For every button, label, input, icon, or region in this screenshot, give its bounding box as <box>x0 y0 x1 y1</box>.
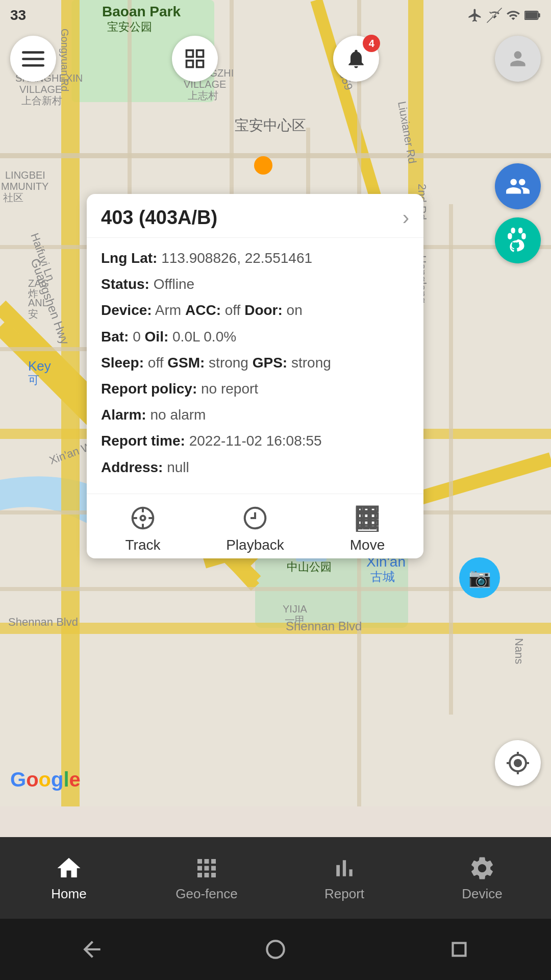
device-info-popup: 403 (403A/B) › Lng Lat: 113.908826, 22.5… <box>87 194 423 558</box>
alarm-row: Alarm: no alarm <box>101 405 409 425</box>
nav-report-label: Report <box>324 886 364 902</box>
svg-text:炸: 炸 <box>28 288 38 299</box>
svg-rect-77 <box>196 51 203 57</box>
system-navigation <box>0 919 551 980</box>
google-logo: Google <box>10 768 81 791</box>
home-button[interactable] <box>260 934 291 965</box>
svg-text:社区: 社区 <box>3 192 23 203</box>
playback-button[interactable]: Playback <box>199 504 311 553</box>
svg-point-100 <box>267 941 284 958</box>
svg-text:上志村: 上志村 <box>188 90 218 101</box>
svg-rect-11 <box>0 623 551 634</box>
address-row: Address: null <box>101 457 409 477</box>
popup-expand-arrow[interactable]: › <box>403 206 409 229</box>
svg-rect-22 <box>449 204 453 715</box>
nav-item-device[interactable]: Device <box>413 849 551 907</box>
playback-label: Playback <box>226 537 284 553</box>
expand-button[interactable] <box>172 36 218 82</box>
nav-device-label: Device <box>462 886 502 902</box>
back-button[interactable] <box>77 934 107 965</box>
svg-text:可: 可 <box>28 374 39 386</box>
nav-home-label: Home <box>51 886 86 902</box>
svg-rect-76 <box>186 51 193 57</box>
svg-text:Nans: Nans <box>513 638 525 664</box>
device-row: Device: Arm ACC: off Door: on <box>101 300 409 320</box>
status-time: 33 <box>10 7 26 23</box>
svg-text:LINGBEI: LINGBEI <box>5 169 45 181</box>
svg-text:上合新村: 上合新村 <box>21 95 62 106</box>
move-button[interactable]: Move <box>311 504 423 553</box>
bat-row: Bat: 0 Oil: 0.0L 0.0% <box>101 327 409 347</box>
nav-item-home[interactable]: Home <box>0 849 138 907</box>
wifi-off-icon <box>487 8 502 23</box>
svg-rect-75 <box>22 64 44 67</box>
top-buttons-row: 4 <box>0 31 551 87</box>
svg-text:Shennan Blvd: Shennan Blvd <box>8 616 78 628</box>
sleep-row: Sleep: off GSM: strong GPS: strong <box>101 353 409 373</box>
bottom-navigation: Home Geo-fence Report Device <box>0 837 551 919</box>
svg-rect-72 <box>525 12 537 18</box>
move-label: Move <box>350 537 385 553</box>
battery-icon <box>524 8 541 22</box>
nav-item-report[interactable]: Report <box>276 849 413 907</box>
svg-point-81 <box>141 516 145 520</box>
svg-rect-13 <box>0 153 551 158</box>
right-side-buttons <box>495 163 541 263</box>
report-policy-row: Report policy: no report <box>101 379 409 399</box>
pet-button[interactable] <box>495 217 541 263</box>
google-g: G <box>10 768 26 791</box>
popup-actions: Track Playback <box>87 494 423 558</box>
status-row: Status: Offline <box>101 274 409 294</box>
google-o1: o <box>26 768 38 791</box>
svg-text:MMUNITY: MMUNITY <box>1 181 48 192</box>
menu-button[interactable] <box>10 36 56 82</box>
airplane-icon <box>467 8 483 23</box>
google-o2: o <box>39 768 51 791</box>
svg-rect-101 <box>453 943 466 956</box>
svg-text:中山公园: 中山公园 <box>287 560 332 573</box>
nav-geofence-label: Geo-fence <box>176 886 237 902</box>
svg-text:Key: Key <box>28 358 51 374</box>
svg-text:YIJIA: YIJIA <box>283 603 307 615</box>
svg-text:ZAG: ZAG <box>28 278 49 289</box>
popup-title: 403 (403A/B) <box>101 207 217 229</box>
people-button[interactable] <box>495 163 541 209</box>
svg-text:安: 安 <box>28 308 38 320</box>
svg-text:一甲: 一甲 <box>285 615 305 626</box>
svg-rect-74 <box>22 58 44 60</box>
svg-point-41 <box>254 156 272 175</box>
status-bar: 33 <box>0 0 551 31</box>
map-marker-camera: 📷 <box>459 557 500 598</box>
notification-badge: 4 <box>363 35 380 52</box>
my-location-button[interactable] <box>495 740 541 786</box>
track-button[interactable]: Track <box>87 504 199 553</box>
track-label: Track <box>126 537 161 553</box>
svg-rect-79 <box>196 61 203 67</box>
svg-rect-71 <box>538 13 540 17</box>
svg-rect-78 <box>186 61 193 67</box>
svg-rect-73 <box>22 51 44 54</box>
signal-bars-icon <box>506 8 520 22</box>
svg-text:宝安中心区: 宝安中心区 <box>235 117 306 133</box>
svg-text:古城: 古城 <box>370 570 395 583</box>
nav-item-geofence[interactable]: Geo-fence <box>138 849 276 907</box>
notification-button[interactable]: 4 <box>333 36 379 82</box>
lnglat-row: Lng Lat: 113.908826, 22.551461 <box>101 248 409 268</box>
recents-button[interactable] <box>444 934 474 965</box>
google-l: l <box>63 768 69 791</box>
google-e: e <box>69 768 81 791</box>
google-g2: g <box>51 768 63 791</box>
report-time-row: Report time: 2022-11-02 16:08:55 <box>101 431 409 451</box>
user-avatar[interactable] <box>495 36 541 82</box>
